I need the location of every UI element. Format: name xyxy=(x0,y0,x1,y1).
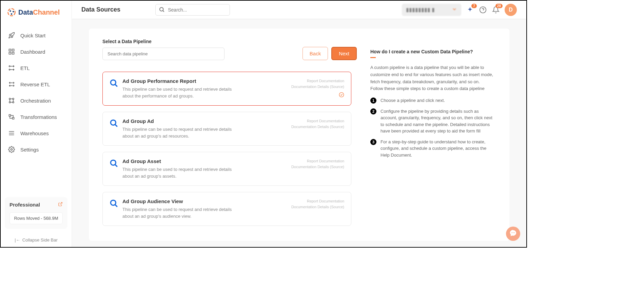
svg-point-18 xyxy=(11,149,13,150)
brand-logo-text: DataChannel xyxy=(18,8,60,16)
search-icon xyxy=(159,6,165,14)
pipeline-desc: This pipeline can be used to request and… xyxy=(122,86,234,99)
plan-name: Professional xyxy=(9,202,40,208)
pipeline-card[interactable]: Ad Group Asset This pipeline can be used… xyxy=(102,152,351,186)
svg-point-13 xyxy=(13,98,14,100)
svg-point-27 xyxy=(511,232,512,233)
search-input[interactable] xyxy=(155,4,230,16)
svg-point-22 xyxy=(339,92,344,97)
magnifier-icon xyxy=(110,119,118,139)
plan-card: Professional Rows Moved - 568.9M xyxy=(5,197,67,229)
pipeline-title: Ad Group Performance Report xyxy=(122,78,287,84)
svg-point-14 xyxy=(9,102,11,103)
avatar[interactable]: D xyxy=(505,4,517,16)
sidebar-item-reverse-etl[interactable]: Reverse ETL xyxy=(1,76,72,92)
magnifier-icon xyxy=(110,199,118,219)
account-selector[interactable]: ▮▮▮▮▮▮▮▮ ▮ xyxy=(402,4,461,16)
brand-logo[interactable]: DataChannel xyxy=(1,1,72,24)
pipeline-title: Ad Group Ad xyxy=(122,118,287,124)
sidebar-item-label: ETL xyxy=(20,65,30,71)
svg-point-23 xyxy=(111,120,116,125)
step-number: 1 xyxy=(370,97,376,104)
sidebar-item-transformations[interactable]: Transformations xyxy=(1,109,72,125)
pipeline-desc: This pipeline can be used to request and… xyxy=(122,206,234,219)
svg-point-28 xyxy=(513,232,513,233)
sidebar-item-label: Transformations xyxy=(20,114,57,120)
sidebar-item-settings[interactable]: Settings xyxy=(1,141,72,158)
warehouses-icon xyxy=(8,130,15,137)
svg-point-12 xyxy=(9,98,11,100)
svg-point-3 xyxy=(11,13,12,15)
help-step: 2Configure the pipeline by providing det… xyxy=(370,108,496,135)
open-link-icon[interactable] xyxy=(58,202,63,208)
next-button[interactable]: Next xyxy=(331,47,357,60)
main-area: Data Sources ▮▮▮▮▮▮▮▮ ▮ 7 28 D xyxy=(72,1,526,247)
svg-point-1 xyxy=(9,10,11,12)
step-text: Choose a pipeline and click next. xyxy=(380,97,445,104)
chat-fab[interactable] xyxy=(506,227,520,241)
svg-point-21 xyxy=(111,80,116,85)
dashboard-icon xyxy=(8,48,15,55)
help-icon[interactable] xyxy=(479,6,487,14)
pipeline-desc: This pipeline can be used to request and… xyxy=(122,126,234,139)
sidebar-item-dashboard[interactable]: Dashboard xyxy=(1,43,72,60)
pipeline-search-input[interactable] xyxy=(102,48,225,60)
svg-point-29 xyxy=(514,232,515,233)
plan-rows-moved: Rows Moved - 568.9M xyxy=(9,212,63,224)
collapse-sidebar-button[interactable]: |← Collapse Side Bar xyxy=(1,233,72,247)
bell-badge: 28 xyxy=(495,4,503,8)
account-selector-label: ▮▮▮▮▮▮▮▮ ▮ xyxy=(406,6,435,13)
pipeline-meta[interactable]: Report DocumentationDocumentation Detail… xyxy=(291,118,344,129)
help-intro: A custom pipeline is a data pipeline tha… xyxy=(370,64,496,92)
pipeline-meta[interactable]: Report DocumentationDocumentation Detail… xyxy=(291,198,344,210)
orchestration-icon xyxy=(8,97,15,104)
pipeline-title: Ad Group Audience View xyxy=(122,198,287,204)
svg-rect-6 xyxy=(12,52,14,54)
back-button[interactable]: Back xyxy=(303,47,328,60)
chat-icon xyxy=(509,229,517,238)
sidebar-item-orchestration[interactable]: Orchestration xyxy=(1,92,72,109)
sidebar: DataChannel Quick Start Dashboard ETL Re… xyxy=(1,1,72,247)
magnifier-icon xyxy=(110,159,118,179)
sidebar-item-warehouses[interactable]: Warehouses xyxy=(1,125,72,141)
sparkle-badge: 7 xyxy=(471,4,477,8)
pipeline-meta[interactable]: Report DocumentationDocumentation Detail… xyxy=(291,78,344,89)
svg-point-11 xyxy=(13,85,14,86)
pipeline-desc: This pipeline can be used to request and… xyxy=(122,166,234,179)
topbar-actions: ▮▮▮▮▮▮▮▮ ▮ 7 28 D xyxy=(402,4,517,16)
pipeline-select-panel: Select a Data Pipeline Back Next Ad Grou… xyxy=(102,39,357,231)
svg-point-15 xyxy=(13,102,14,103)
reverse-etl-icon xyxy=(8,81,15,88)
pipeline-card[interactable]: Ad Group Audience View This pipeline can… xyxy=(102,192,351,226)
etl-icon xyxy=(8,65,15,71)
svg-point-2 xyxy=(13,11,14,12)
sidebar-item-quick-start[interactable]: Quick Start xyxy=(1,27,72,43)
svg-point-10 xyxy=(13,82,14,83)
sidebar-item-etl[interactable]: ETL xyxy=(1,60,72,76)
step-number: 2 xyxy=(370,108,376,114)
pipeline-meta[interactable]: Report DocumentationDocumentation Detail… xyxy=(291,158,344,170)
svg-rect-16 xyxy=(9,114,11,116)
sidebar-nav: Quick Start Dashboard ETL Reverse ETL Or… xyxy=(1,24,72,193)
sidebar-item-label: Dashboard xyxy=(20,49,45,55)
help-title: How do I create a new Custom Data Pipeli… xyxy=(370,49,496,54)
collapse-icon: |← xyxy=(15,237,20,243)
pipeline-card[interactable]: Ad Group Ad This pipeline can be used to… xyxy=(102,112,351,146)
pipeline-list[interactable]: Ad Group Performance Report This pipelin… xyxy=(102,72,357,231)
step-number: 3 xyxy=(370,139,376,145)
rocket-icon xyxy=(8,32,15,39)
pipeline-card[interactable]: Ad Group Performance Report This pipelin… xyxy=(102,72,351,106)
svg-point-9 xyxy=(9,69,10,70)
content-panel: Select a Data Pipeline Back Next Ad Grou… xyxy=(89,29,509,241)
svg-point-19 xyxy=(160,7,163,11)
svg-rect-4 xyxy=(9,49,11,51)
sidebar-item-label: Orchestration xyxy=(20,98,51,104)
svg-rect-17 xyxy=(13,118,14,119)
help-step: 3For a step-by-step guide to understand … xyxy=(370,139,496,159)
sidebar-item-label: Settings xyxy=(20,147,39,153)
sidebar-item-label: Warehouses xyxy=(20,130,49,136)
help-step: 1Choose a pipeline and click next. xyxy=(370,97,496,104)
step-text: For a step-by-step guide to understand h… xyxy=(380,139,496,159)
pipeline-title: Ad Group Asset xyxy=(122,158,287,164)
transformations-icon xyxy=(8,113,15,120)
